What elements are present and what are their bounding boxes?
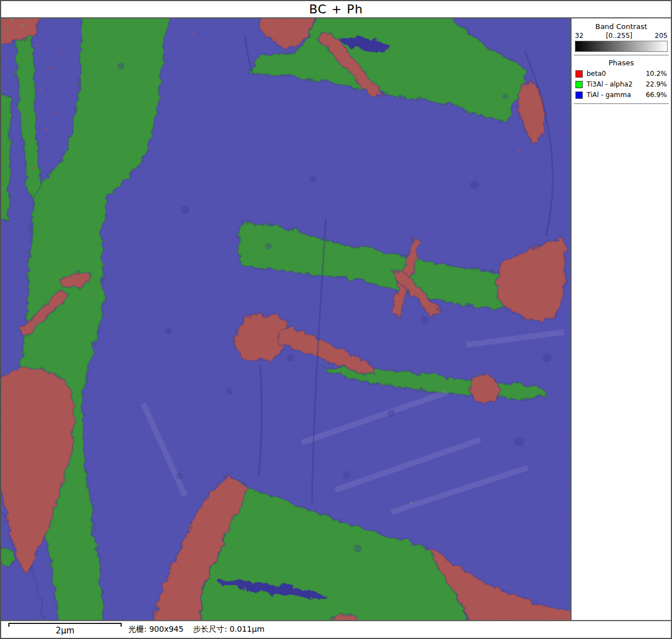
band-contrast-min: 32 — [575, 32, 583, 40]
phase-percent: 66.9% — [646, 91, 667, 99]
legend-separator — [574, 103, 669, 104]
phase-row: beta010.2% — [573, 69, 669, 79]
phase-name: TiAl - gamma — [587, 91, 631, 99]
phase-row: Ti3Al - alpha222.9% — [573, 79, 669, 90]
status-bar: 2μm 光栅: 900x945 步长尺寸: 0.011μm — [1, 620, 671, 638]
phase-map-canvas — [1, 18, 570, 620]
phase-legend-list: beta010.2%Ti3Al - alpha222.9%TiAl - gamm… — [573, 69, 669, 100]
step-size-label: 步长尺寸: 0.011μm — [193, 624, 265, 635]
band-contrast-noise-light — [1, 18, 570, 620]
phase-percent: 22.9% — [646, 80, 667, 88]
phase-color-swatch — [575, 81, 583, 88]
band-contrast-range: [0..255] — [606, 32, 632, 40]
raster-size-label: 光栅: 900x945 — [128, 624, 184, 635]
legend-separator — [574, 55, 669, 56]
phase-color-swatch — [575, 70, 583, 78]
scale-bar-label: 2μm — [8, 626, 122, 636]
phase-color-swatch — [575, 92, 583, 99]
phases-title: Phases — [573, 59, 669, 67]
page-title: BC + Ph — [1, 1, 671, 18]
phase-name: Ti3Al - alpha2 — [587, 80, 632, 88]
phase-map-svg — [1, 18, 570, 620]
band-contrast-gradient-bar — [575, 41, 668, 52]
band-contrast-scale-labels: 32 [0..255] 205 — [573, 32, 669, 40]
phase-name: beta0 — [587, 70, 606, 78]
band-contrast-max: 205 — [655, 32, 668, 40]
band-contrast-title: Band Contrast — [573, 22, 669, 31]
legend-panel: Band Contrast 32 [0..255] 205 Phases bet… — [570, 18, 671, 620]
phase-row: TiAl - gamma66.9% — [573, 90, 669, 100]
phase-percent: 10.2% — [646, 70, 667, 78]
ebsd-map-window: BC + Ph — [0, 0, 672, 639]
